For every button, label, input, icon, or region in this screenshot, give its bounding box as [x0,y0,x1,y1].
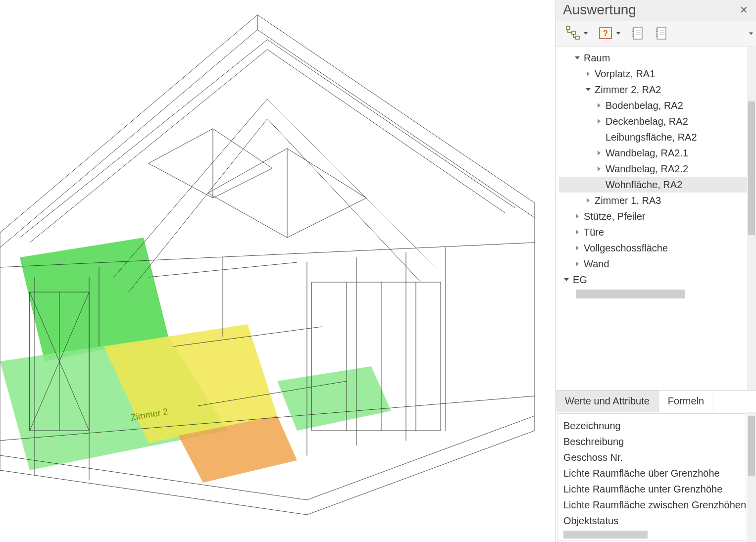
tree-item-label: Deckenbelag, RA2 [605,116,688,127]
chevron-right-icon[interactable] [573,261,582,266]
attribute-row[interactable]: Beschreibung [563,434,746,449]
scrollbar-thumb[interactable] [748,101,755,235]
tree-item-label: Stütze, Pfeiler [584,211,646,222]
tree-item[interactable]: Deckenbelag, RA2 [559,113,747,129]
tree-item-label: Leibungsfläche, RA2 [605,132,697,143]
tab-values-attributes[interactable]: Werte und Attribute [556,391,659,412]
tree-item[interactable]: Bodenbelag, RA2 [559,98,747,113]
scrollbar-thumb[interactable] [748,416,755,476]
tree-item[interactable]: Zimmer 2, RA2 [559,82,747,98]
chevron-down-icon[interactable] [562,278,571,281]
chevron-right-icon[interactable] [584,198,593,203]
tree-view-button[interactable] [563,24,590,43]
attribute-row[interactable]: Lichte Raumfläche über Grenzhöhe [563,465,746,481]
chevron-down-icon[interactable] [573,56,582,59]
model-tree[interactable]: RaumVorplatz, RA1Zimmer 2, RA2Bodenbelag… [556,47,747,390]
attribute-row[interactable]: Lichte Raumfläche unter Grenzhöhe [563,481,746,497]
attribute-loading-stub [563,531,648,539]
tree-item-label: Wand [584,258,609,270]
tree-item[interactable]: Stütze, Pfeiler [559,208,747,224]
tree-item[interactable]: Wand [559,256,747,272]
wireframe-drawing: Zimmer 2 [0,0,555,542]
tree-item[interactable]: Wohnfläche, RA2 [559,177,747,193]
toolbar-overflow-icon[interactable] [749,33,753,35]
floor-area-lightgreen-right [277,366,391,431]
chevron-right-icon[interactable] [573,230,582,235]
tree-item[interactable]: Wandbelag, RA2.2 [559,161,747,177]
chevron-right-icon[interactable] [584,71,593,76]
tree-item[interactable]: Zimmer 1, RA3 [559,193,747,208]
tree-item-label: Wandbelag, RA2.2 [605,163,688,175]
unknown-filter-button[interactable]: ? [596,24,622,43]
tree-item-label: Bodenbelag, RA2 [605,100,683,111]
tree-item[interactable]: Vorplatz, RA1 [559,66,747,82]
notebook-icon [630,26,644,41]
panel-toolbar: ? [556,21,756,47]
attribute-row[interactable]: Geschoss Nr. [563,449,746,465]
question-box-icon: ? [598,25,613,41]
close-icon[interactable]: ✕ [737,3,751,17]
notebook-icon [654,26,668,41]
chevron-down-icon [584,32,588,35]
svg-text:?: ? [603,29,608,38]
model-viewport[interactable]: Zimmer 2 [0,0,555,542]
tree-item-label: Vorplatz, RA1 [595,68,655,80]
attributes-list[interactable]: BezeichnungBeschreibungGeschoss Nr.Licht… [557,413,746,541]
svg-rect-21 [566,27,570,30]
tree-scrollbar[interactable] [747,47,756,390]
tree-item[interactable]: Vollgeschossfläche [559,240,747,256]
report-button-1[interactable] [628,24,646,42]
tree-item-label: Vollgeschossfläche [584,243,668,254]
tab-formulas[interactable]: Formeln [659,391,713,412]
chevron-right-icon[interactable] [573,246,582,250]
tree-item[interactable]: EG [559,272,747,288]
svg-rect-34 [657,27,666,39]
chevron-right-icon[interactable] [595,166,604,171]
tree-item-loading-stub [576,290,685,298]
panel-header: Auswertung ✕ [556,0,756,21]
evaluation-panel: Auswertung ✕ ? [555,0,756,542]
tree-hierarchy-icon [565,25,581,41]
report-button-2[interactable] [652,24,670,42]
tree-item-label: Wohnfläche, RA2 [605,179,682,191]
attribute-tabs: Werte und Attribute Formeln [556,390,756,412]
attribute-row[interactable]: Bezeichnung [563,418,746,434]
tree-item[interactable]: Leibungsfläche, RA2 [559,129,747,145]
svg-rect-23 [576,36,579,39]
tree-item-label: EG [573,274,587,286]
tree-item[interactable]: Türe [559,224,747,240]
chevron-right-icon[interactable] [595,103,604,108]
svg-rect-22 [572,31,575,34]
tree-item[interactable]: Wandbelag, RA2.1 [559,145,747,161]
chevron-right-icon[interactable] [573,214,582,219]
chevron-down-icon[interactable] [584,88,593,91]
svg-rect-26 [633,27,642,39]
attribute-row[interactable]: Objektstatus [563,513,746,529]
tree-item-label: Türe [584,227,604,238]
tree-item-label: Wandbelag, RA2.1 [605,148,688,159]
panel-title: Auswertung [563,2,636,18]
tree-item[interactable]: Raum [559,50,747,66]
tree-item-label: Raum [584,52,610,64]
tree-item-label: Zimmer 2, RA2 [595,84,661,96]
tree-item-label: Zimmer 1, RA3 [595,195,661,206]
chevron-right-icon[interactable] [595,119,604,124]
chevron-right-icon[interactable] [595,150,604,155]
attrs-scrollbar[interactable] [747,412,756,542]
attribute-row[interactable]: Lichte Raumfläche zwischen Grenzhöhen [563,497,746,513]
chevron-down-icon [616,32,620,35]
